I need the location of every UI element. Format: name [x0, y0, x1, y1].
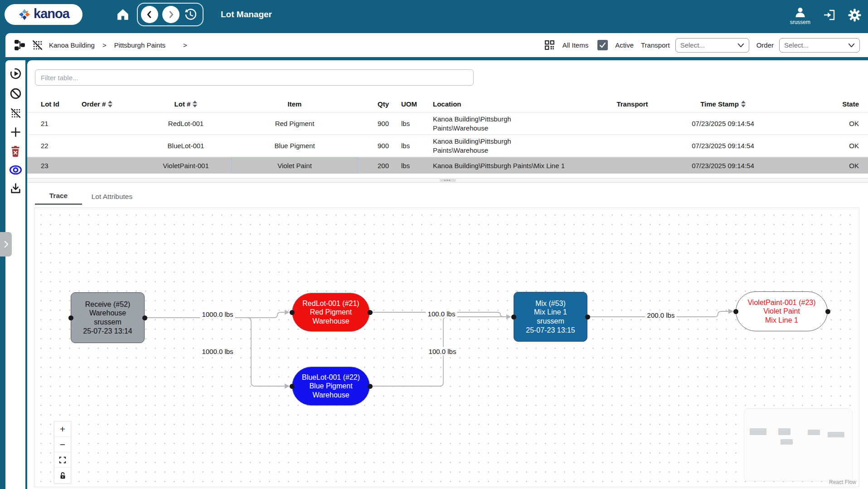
page-title: Lot Manager	[221, 10, 272, 19]
arrowhead	[506, 315, 511, 320]
sort-icon[interactable]	[193, 101, 197, 107]
active-label: Active	[615, 41, 634, 49]
cell-item-focused[interactable]: Violet Paint	[231, 157, 358, 174]
flow-node-redlot[interactable]: RedLot-001 (#21) Red Pigment Warehouse	[292, 293, 370, 332]
cell-location: Kanoa Building\Pittsburgh Paints\Mix Lin…	[426, 162, 598, 169]
breadcrumb-separator: >	[101, 41, 108, 49]
left-toolbar	[5, 60, 25, 489]
breadcrumb-area[interactable]: Pittsburgh Paints	[114, 41, 165, 49]
sort-icon[interactable]	[741, 101, 746, 107]
sign-out-icon[interactable]	[822, 9, 836, 21]
cell-location: Kanoa Building\Pittsburgh Paints\Warehou…	[426, 135, 598, 156]
flow-node-receive[interactable]: Receive (#52) Warehouse srussem 25-07-23…	[71, 292, 145, 343]
col-transport[interactable]: Transport	[598, 100, 666, 108]
node-handle[interactable]	[511, 315, 516, 320]
fit-view-button[interactable]	[54, 452, 71, 468]
history-nav-group	[137, 3, 204, 26]
grid-slash-icon[interactable]	[32, 39, 43, 51]
node-handle[interactable]	[368, 384, 373, 389]
cell-lot-id: 23	[34, 162, 82, 169]
flow-minimap[interactable]	[744, 409, 852, 481]
eye-icon[interactable]	[9, 165, 22, 175]
cell-item: Red Pigment	[231, 120, 358, 127]
node-handle[interactable]	[142, 315, 147, 320]
order-select[interactable]: Select...	[779, 38, 860, 53]
download-icon[interactable]	[10, 183, 21, 194]
col-uom[interactable]: UOM	[394, 100, 426, 108]
col-location[interactable]: Location	[426, 100, 598, 108]
col-lot-id[interactable]: Lot Id	[34, 100, 82, 108]
zoom-out-button[interactable]: −	[54, 437, 71, 452]
transport-label: Transport	[641, 41, 670, 49]
check-icon	[599, 41, 606, 49]
col-item[interactable]: Item	[231, 100, 358, 108]
sort-icon[interactable]	[108, 101, 112, 107]
chevron-down-icon	[737, 43, 744, 48]
tab-trace[interactable]: Trace	[35, 188, 82, 205]
node-handle[interactable]	[825, 309, 830, 314]
cell-timestamp: 07/23/2025 09:14:54	[666, 142, 780, 150]
tab-lot-attributes[interactable]: Lot Attributes	[82, 188, 142, 205]
zoom-in-button[interactable]: +	[54, 421, 71, 437]
plus-icon[interactable]	[10, 126, 21, 138]
cell-qty: 200	[358, 162, 394, 169]
table-row[interactable]: 22 BlueLot-001 Blue Pigment 900 lbs Kano…	[27, 134, 868, 156]
trace-flow-canvas[interactable]: Receive (#52) Warehouse srussem 25-07-23…	[34, 208, 859, 487]
kanoa-logo[interactable]: kanoa	[5, 4, 82, 25]
detail-tabs: Trace Lot Attributes	[27, 188, 868, 205]
node-handle[interactable]	[290, 384, 295, 389]
splitter-handle[interactable]: •••	[440, 179, 456, 182]
run-icon[interactable]	[10, 68, 22, 80]
edge-label: 1000.0 lbs	[200, 347, 235, 356]
node-handle[interactable]	[733, 309, 738, 314]
chevron-right-icon	[3, 240, 10, 248]
cell-uom: lbs	[394, 142, 426, 150]
lock-button[interactable]	[54, 468, 71, 483]
col-timestamp[interactable]: Time Stamp	[666, 100, 780, 108]
back-icon	[145, 10, 155, 19]
flow-node-mix[interactable]: Mix (#53) Mix Line 1 srussem 25-07-23 13…	[514, 292, 587, 342]
filter-table-input[interactable]	[35, 69, 474, 86]
back-button[interactable]	[141, 6, 158, 23]
delete-icon[interactable]	[10, 145, 21, 157]
grid-slash-icon[interactable]	[10, 107, 21, 119]
panel-expander[interactable]	[0, 232, 12, 257]
table-row[interactable]: 21 RedLot-001 Red Pigment 900 lbs Kanoa …	[27, 112, 868, 134]
block-icon[interactable]	[10, 87, 22, 100]
cell-qty: 900	[358, 120, 394, 127]
flow-node-bluelot[interactable]: BlueLot-001 (#22) Blue Pigment Warehouse	[292, 367, 370, 406]
cell-qty: 900	[358, 142, 394, 150]
arrowhead	[285, 384, 290, 389]
qr-grid-icon[interactable]	[544, 39, 555, 51]
col-lot[interactable]: Lot #	[141, 100, 231, 108]
col-state[interactable]: State	[780, 100, 859, 108]
minimap-node	[828, 432, 844, 437]
node-handle[interactable]	[368, 310, 373, 315]
node-handle[interactable]	[68, 315, 73, 320]
order-label: Order	[756, 41, 774, 49]
home-icon[interactable]	[116, 8, 130, 21]
cell-state: OK	[780, 142, 859, 150]
table-row-selected[interactable]: 23 VioletPaint-001 Violet Paint 200 lbs …	[27, 156, 868, 174]
cell-lot: RedLot-001	[141, 120, 231, 127]
user-menu[interactable]: srussem	[790, 7, 810, 25]
menu-icon[interactable]	[94, 10, 109, 20]
active-checkbox[interactable]	[597, 40, 608, 50]
edge-label: 100.0 lbs	[426, 310, 457, 318]
minimap-node	[808, 430, 820, 435]
flow-node-violetpaint[interactable]: VioletPaint-001 (#23) Violet Paint Mix L…	[736, 291, 828, 331]
main-panel: Lot Id Order # Lot # Item Qty UOM Locati…	[27, 60, 868, 489]
history-icon[interactable]	[184, 8, 197, 21]
hierarchy-icon[interactable]	[14, 39, 26, 51]
col-order[interactable]: Order #	[82, 100, 141, 108]
settings-icon[interactable]	[848, 8, 862, 22]
panel-splitter[interactable]: •••	[27, 178, 868, 183]
breadcrumb-site[interactable]: Kanoa Building	[49, 41, 95, 49]
order-select-value: Select...	[784, 41, 809, 49]
node-handle[interactable]	[290, 310, 295, 315]
col-qty[interactable]: Qty	[358, 100, 394, 108]
forward-button[interactable]	[162, 6, 179, 23]
user-icon	[794, 7, 806, 19]
transport-select[interactable]: Select...	[675, 38, 749, 53]
node-handle[interactable]	[585, 315, 590, 320]
